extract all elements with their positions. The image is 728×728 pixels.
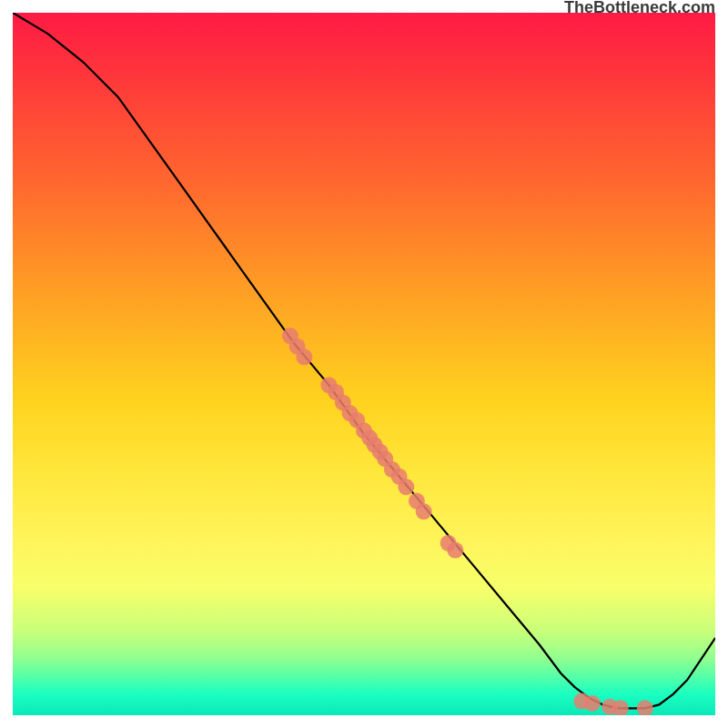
data-point	[584, 695, 601, 712]
data-point	[637, 700, 653, 715]
scatter-points	[282, 328, 653, 715]
curve-line	[13, 13, 715, 708]
plot-area	[13, 13, 715, 715]
data-point	[398, 479, 414, 495]
attribution-label: TheBottleneck.com	[564, 0, 715, 7]
data-point	[447, 542, 463, 559]
chart-container: TheBottleneck.com	[0, 0, 728, 728]
data-point	[416, 503, 432, 520]
data-point	[296, 349, 312, 365]
chart-svg	[13, 13, 715, 715]
